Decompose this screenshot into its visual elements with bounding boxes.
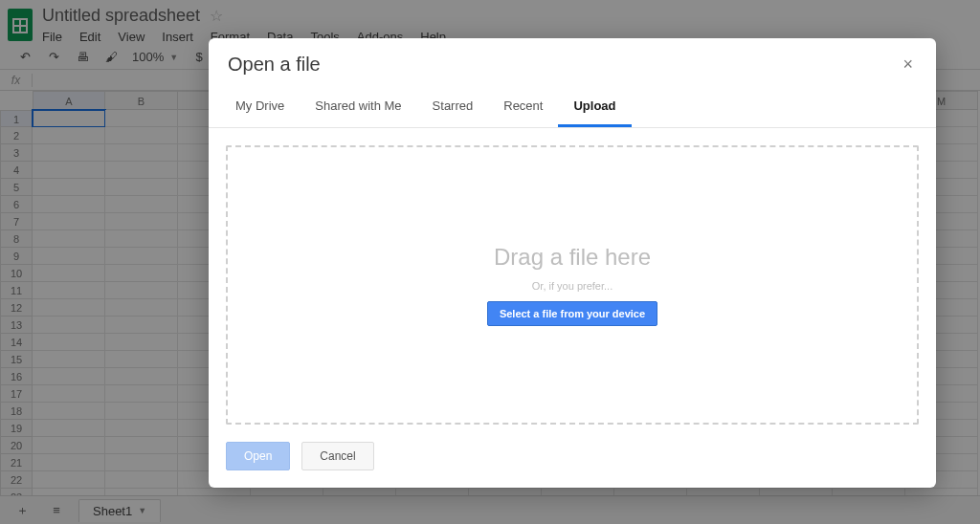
upload-dropzone[interactable]: Drag a file here Or, if you prefer... Se… — [226, 145, 919, 425]
dialog-tabs: My Drive Shared with Me Starred Recent U… — [209, 89, 936, 128]
tab-shared[interactable]: Shared with Me — [300, 89, 416, 127]
select-file-button[interactable]: Select a file from your device — [487, 301, 657, 326]
dialog-footer: Open Cancel — [209, 434, 936, 488]
tab-my-drive[interactable]: My Drive — [220, 89, 300, 127]
cancel-button[interactable]: Cancel — [301, 442, 373, 470]
tab-starred[interactable]: Starred — [417, 89, 489, 127]
close-icon[interactable]: × — [899, 54, 917, 75]
dropzone-subtext: Or, if you prefer... — [532, 280, 612, 292]
dropzone-heading: Drag a file here — [494, 244, 651, 271]
tab-upload[interactable]: Upload — [558, 89, 631, 127]
open-button[interactable]: Open — [226, 442, 290, 470]
tab-recent[interactable]: Recent — [488, 89, 558, 127]
dialog-title: Open a file — [228, 54, 321, 76]
open-file-dialog: Open a file × My Drive Shared with Me St… — [209, 38, 936, 488]
